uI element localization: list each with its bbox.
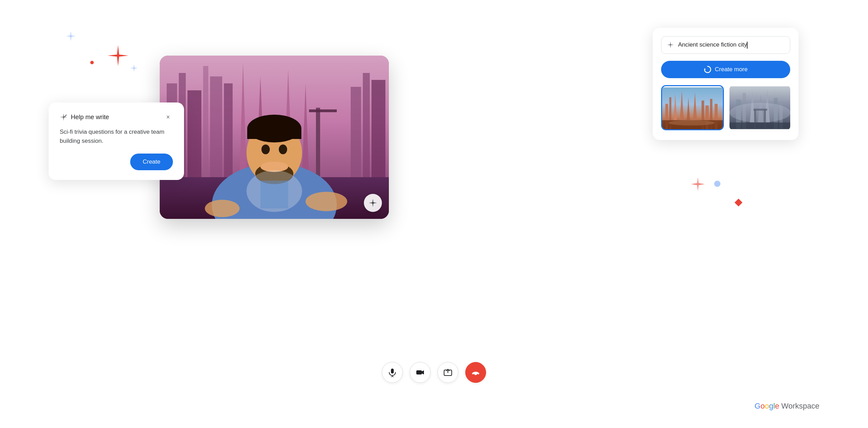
prompt-input-text: Ancient science fiction city (678, 41, 784, 49)
google-letter-g1: G (754, 402, 760, 410)
svg-point-25 (279, 145, 287, 154)
sparkle-pink-right-icon (691, 177, 705, 191)
google-letter-g2: g (769, 402, 773, 410)
sparkle-red-large-icon (108, 45, 128, 66)
text-cursor (747, 42, 748, 49)
refresh-icon (704, 66, 711, 73)
red-dot-icon (90, 61, 94, 64)
sparkle-blue-small-icon (66, 31, 76, 41)
svg-rect-9 (372, 80, 385, 181)
svg-rect-5 (210, 76, 222, 181)
city-background-svg (160, 56, 389, 219)
share-screen-button[interactable] (437, 362, 458, 383)
svg-rect-8 (363, 73, 370, 181)
mic-button[interactable] (382, 362, 403, 383)
svg-point-29 (306, 192, 347, 211)
generated-image-2[interactable] (729, 85, 790, 130)
create-more-button[interactable]: Create more (661, 61, 790, 78)
svg-rect-56 (753, 108, 767, 110)
svg-rect-6 (224, 83, 233, 181)
help-write-body-text: Sci-fi trivia questions for a creative t… (60, 127, 173, 145)
svg-point-44 (669, 120, 715, 125)
svg-point-24 (261, 145, 270, 154)
workspace-label: Workspace (781, 402, 819, 411)
share-screen-icon (443, 368, 452, 377)
generated-image-1[interactable] (661, 85, 724, 130)
generated-images-row (661, 85, 790, 130)
end-call-icon (471, 368, 481, 377)
camera-button[interactable] (410, 362, 431, 383)
svg-rect-3 (187, 90, 201, 181)
google-letter-o1: o (760, 402, 765, 410)
close-icon[interactable]: × (163, 112, 173, 122)
video-controls (382, 362, 486, 383)
sparkle-blue-small2-icon (130, 64, 138, 72)
card-title-text: Help me write (71, 114, 109, 121)
svg-marker-62 (422, 370, 424, 374)
svg-point-53 (729, 102, 790, 122)
svg-rect-21 (247, 129, 301, 139)
generated-image-1-svg (662, 86, 723, 130)
svg-rect-16 (309, 109, 337, 112)
camera-icon (416, 368, 425, 377)
svg-rect-61 (416, 370, 422, 374)
svg-rect-58 (391, 369, 394, 373)
prompt-wand-icon (667, 41, 674, 48)
svg-rect-7 (351, 87, 361, 181)
google-letter-o2: o (765, 402, 769, 410)
card-title: Help me write (60, 113, 109, 121)
red-diamond-icon (735, 199, 743, 207)
google-workspace-branding: Google Workspace (754, 402, 819, 411)
prompt-value: Ancient science fiction city (678, 41, 747, 48)
svg-rect-15 (316, 108, 320, 177)
help-me-write-card: Help me write × Sci-fi trivia questions … (49, 102, 184, 180)
svg-rect-27 (260, 181, 288, 208)
image-generation-card: Ancient science fiction city Create more (653, 28, 799, 140)
card-header: Help me write × (60, 112, 173, 122)
svg-marker-31 (704, 68, 706, 69)
video-feed (160, 56, 389, 219)
wand-icon (60, 113, 67, 121)
generated-image-2-svg (729, 85, 790, 130)
prompt-input-row[interactable]: Ancient science fiction city (661, 36, 790, 54)
svg-rect-4 (203, 66, 208, 181)
blue-dot-right-icon (714, 181, 720, 187)
svg-point-28 (205, 200, 240, 217)
end-call-button[interactable] (465, 362, 486, 383)
svg-rect-57 (729, 122, 790, 129)
ai-sparkle-button[interactable] (364, 194, 382, 212)
mic-icon (388, 368, 397, 377)
google-logo: Google (754, 402, 779, 411)
create-button[interactable]: Create (130, 154, 173, 170)
create-more-label: Create more (715, 66, 748, 73)
google-letter-e: e (775, 402, 779, 410)
